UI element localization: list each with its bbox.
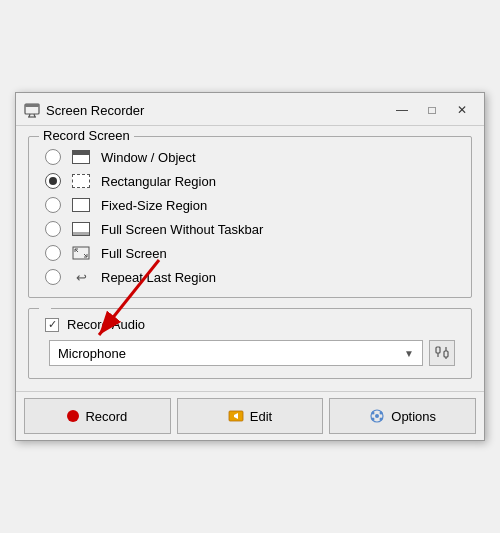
rectangular-region-icon (71, 173, 91, 189)
title-bar: Screen Recorder — □ ✕ (16, 93, 484, 126)
options-button[interactable]: Options (329, 398, 476, 434)
svg-rect-14 (436, 347, 440, 353)
close-button[interactable]: ✕ (448, 99, 476, 121)
app-icon (24, 102, 40, 118)
main-window: Screen Recorder — □ ✕ Record Screen Wind… (15, 92, 485, 441)
audio-group: ✓ Record Audio (45, 317, 455, 366)
radio-repeat-last-region[interactable]: ↩ Repeat Last Region (45, 269, 455, 285)
svg-point-23 (372, 412, 375, 415)
options-button-label: Options (391, 409, 436, 424)
radio-rectangular-region[interactable]: Rectangular Region (45, 173, 455, 189)
window-controls: — □ ✕ (388, 99, 476, 121)
audio-settings-icon (434, 345, 450, 361)
microphone-dropdown-row: Microphone ▼ (49, 340, 455, 366)
fullscreen-no-taskbar-icon (71, 221, 91, 237)
radio-circle-window-object (45, 149, 61, 165)
microphone-dropdown-value: Microphone (58, 346, 126, 361)
checkbox-checkmark: ✓ (48, 319, 57, 330)
record-audio-group: ✓ Record Audio (28, 308, 472, 379)
minimize-button[interactable]: — (388, 99, 416, 121)
radio-list: Window / Object Rectangular Region (45, 149, 455, 285)
record-screen-label: Record Screen (39, 128, 134, 143)
record-dot-icon (67, 410, 79, 422)
maximize-button[interactable]: □ (418, 99, 446, 121)
svg-point-26 (380, 418, 383, 421)
radio-label-rectangular-region: Rectangular Region (101, 174, 216, 189)
edit-icon (228, 408, 244, 424)
window-title: Screen Recorder (46, 103, 388, 118)
repeat-last-region-icon: ↩ (71, 269, 91, 285)
audio-settings-button[interactable] (429, 340, 455, 366)
radio-circle-fixed-size-region (45, 197, 61, 213)
radio-dot-selected (49, 177, 57, 185)
svg-point-22 (375, 414, 379, 418)
action-button-row: Record Edit Options (16, 391, 484, 440)
radio-label-full-screen: Full Screen (101, 246, 167, 261)
svg-point-24 (380, 412, 383, 415)
window-content: Record Screen Window / Object (16, 126, 484, 391)
radio-label-fixed-size-region: Fixed-Size Region (101, 198, 207, 213)
record-screen-group: Record Screen Window / Object (28, 136, 472, 298)
radio-circle-rectangular-region (45, 173, 61, 189)
svg-point-25 (372, 418, 375, 421)
edit-button[interactable]: Edit (177, 398, 324, 434)
record-audio-checkbox[interactable]: ✓ (45, 318, 59, 332)
radio-circle-repeat-last-region (45, 269, 61, 285)
full-screen-icon (71, 245, 91, 261)
record-audio-text: Record Audio (67, 317, 145, 332)
svg-rect-16 (444, 351, 448, 357)
radio-label-fullscreen-no-taskbar: Full Screen Without Taskbar (101, 222, 263, 237)
radio-label-repeat-last-region: Repeat Last Region (101, 270, 216, 285)
microphone-dropdown[interactable]: Microphone ▼ (49, 340, 423, 366)
radio-circle-fullscreen-no-taskbar (45, 221, 61, 237)
radio-circle-full-screen (45, 245, 61, 261)
window-object-icon (71, 149, 91, 165)
dropdown-arrow-icon: ▼ (404, 348, 414, 359)
radio-fullscreen-no-taskbar[interactable]: Full Screen Without Taskbar (45, 221, 455, 237)
options-icon (369, 408, 385, 424)
record-audio-label (39, 300, 51, 315)
svg-rect-1 (25, 104, 39, 107)
radio-window-object[interactable]: Window / Object (45, 149, 455, 165)
record-button-label: Record (85, 409, 127, 424)
radio-label-window-object: Window / Object (101, 150, 196, 165)
edit-button-label: Edit (250, 409, 272, 424)
fixed-size-region-icon (71, 197, 91, 213)
radio-full-screen[interactable]: Full Screen (45, 245, 455, 261)
record-audio-checkbox-row[interactable]: ✓ Record Audio (45, 317, 455, 332)
radio-fixed-size-region[interactable]: Fixed-Size Region (45, 197, 455, 213)
record-button[interactable]: Record (24, 398, 171, 434)
